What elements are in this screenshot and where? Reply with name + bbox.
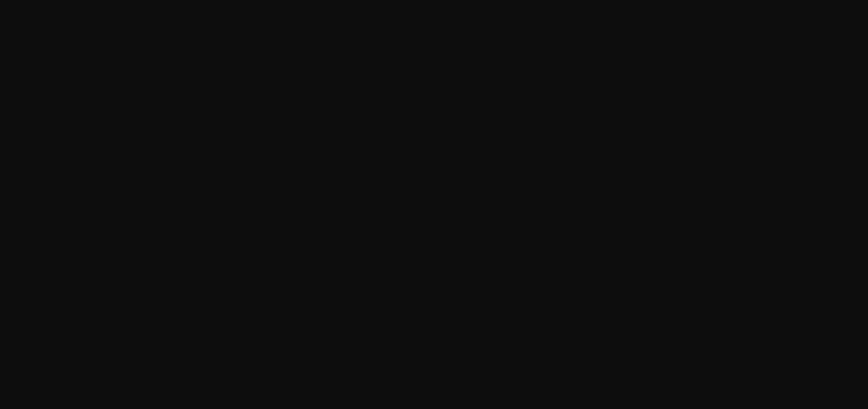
terminal-output[interactable] (0, 0, 868, 12)
